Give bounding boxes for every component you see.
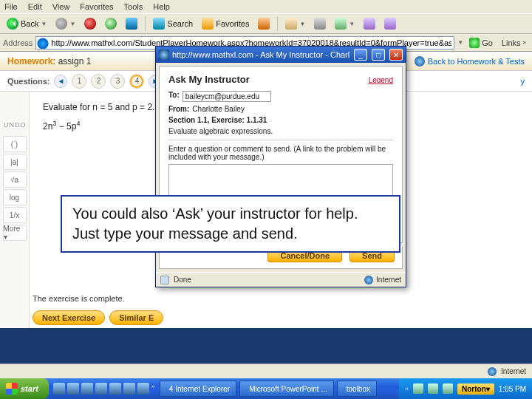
minimize-button[interactable]: _ [354,49,367,61]
modal-zone-label: Internet [376,276,401,284]
go-icon [469,38,480,48]
menu-help[interactable]: Help [153,2,170,11]
similar-exercise-button[interactable]: Similar E [109,310,163,325]
from-label: From: [168,105,189,113]
close-button[interactable]: ✕ [389,49,403,61]
instructions-text: Enter a question or comment to send. (A … [168,145,393,161]
favorites-label: Favorites [216,19,249,28]
menu-view[interactable]: View [52,2,70,11]
star-icon [202,18,214,30]
ql-mail-icon[interactable] [67,383,79,395]
ql-ie-icon[interactable] [53,383,65,395]
ie-status-bar: Internet [0,364,532,378]
menu-tools[interactable]: Tools [124,2,143,11]
tool-sqrt[interactable]: √a [3,171,27,188]
ql-desktop-icon[interactable] [81,383,93,395]
history-button[interactable] [254,16,273,32]
search-label: Search [167,19,193,28]
modal-titlebar[interactable]: http://www.mathxl.com - Ask My Instructo… [156,47,406,63]
modal-title: http://www.mathxl.com - Ask My Instructo… [172,50,349,59]
modal-heading: Ask My Instructor [168,74,250,85]
question-num-3[interactable]: 3 [110,74,125,89]
tool-log[interactable]: log [3,189,27,205]
task-ppt-label: Microsoft PowerPoint ... [249,385,327,393]
start-button[interactable]: start [0,378,49,399]
tray-icon-3[interactable] [443,383,453,394]
start-label: start [21,384,38,393]
mail-button[interactable]: ▼ [282,16,309,32]
question-num-1[interactable]: 1 [72,74,86,89]
prev-question-button[interactable]: ◄ [54,75,67,88]
edit-button[interactable]: ▼ [331,16,358,32]
task-ie[interactable]: 4 Internet Explorer [160,381,236,397]
tool-more[interactable]: More ▾ [3,225,27,241]
clock: 1:05 PM [499,385,526,393]
home-button[interactable] [122,16,141,32]
menu-favorites[interactable]: Favorites [80,2,113,11]
back-icon [7,18,18,30]
menu-file[interactable]: File [4,2,18,11]
next-exercise-button[interactable]: Next Exercise [33,310,105,325]
tool-parens[interactable]: ( ) [3,136,27,152]
mail-icon [285,18,297,30]
back-to-homework-link[interactable]: Back to Homework & Tests [415,56,525,66]
task-folder[interactable]: toolbox [337,381,377,397]
norton-badge[interactable]: Norton▾ [457,383,494,395]
caption-text: You could also ‘Ask’ your instructor for… [72,204,389,244]
system-tray: « Norton▾ 1:05 PM [399,378,532,399]
menu-edit[interactable]: Edit [28,2,42,11]
quick-launch: » [49,383,160,395]
print-button[interactable] [310,16,330,32]
exercise-complete-text: The exercise is complete. [33,294,125,303]
task-powerpoint[interactable]: Microsoft PowerPoint ... [239,381,334,397]
refresh-button[interactable] [101,16,120,32]
to-row: To:baileycm@purdue.edu [168,91,393,102]
internet-zone-icon-main [488,367,497,376]
question-num-2[interactable]: 2 [91,74,106,89]
stop-button[interactable] [81,16,100,32]
favorites-button[interactable]: Favorites [198,16,253,32]
go-button[interactable]: Go [466,38,496,48]
to-field[interactable]: baileycm@purdue.edu [183,91,271,102]
to-label: To: [168,91,180,102]
ql-overflow[interactable]: » [151,383,155,395]
misc-button-1[interactable] [360,16,379,32]
modal-status-bar: Done Internet [156,272,406,287]
back-button[interactable]: Back▼ [3,16,50,32]
task-ie-label: 4 Internet Explorer [169,385,230,393]
question-num-4[interactable]: 4 [129,74,144,89]
stop-icon [84,18,96,30]
y-indicator: y [521,77,525,86]
links-menu[interactable]: Links » [499,38,529,47]
assignment-title: assign 1 [58,56,92,66]
windows-taskbar: start » 4 Internet Explorer Microsoft Po… [0,378,532,399]
maximize-button[interactable]: □ [372,49,385,61]
undo-label: UNDO [4,121,27,129]
task-folder-label: toolbox [347,385,370,393]
tray-icon-2[interactable] [428,383,438,394]
ie-menu-bar: File Edit View Favorites Tools Help [0,0,532,13]
search-button[interactable]: Search [149,16,197,32]
ql-ppt-icon[interactable] [123,383,135,395]
legend-link[interactable]: Legend [369,76,393,84]
misc-button-2[interactable] [381,16,400,32]
from-value: Charlotte Bailey [192,105,245,113]
misc-icon [364,18,375,30]
ie-toolbar: Back▼ ▼ Search Favorites ▼ ▼ [0,13,532,34]
ql-word-icon[interactable] [95,383,107,395]
section-row: Section 1.1, Exercise: 1.1.31 [168,116,393,124]
tool-frac[interactable]: 1/x [3,207,27,223]
tray-icon-1[interactable] [413,383,423,394]
ie-page-icon [159,50,169,60]
tool-abs[interactable]: |a| [3,154,27,170]
ql-excel-icon[interactable] [109,383,121,395]
tray-overflow[interactable]: « [405,385,409,392]
zone-label: Internet [501,367,526,375]
forward-button[interactable]: ▼ [52,16,79,32]
toolbar-separator [145,16,146,31]
search-icon [153,18,165,30]
back-link-label: Back to Homework & Tests [428,57,525,66]
internet-zone-icon [364,276,373,284]
refresh-icon [105,18,117,30]
ql-app-icon[interactable] [137,383,149,395]
